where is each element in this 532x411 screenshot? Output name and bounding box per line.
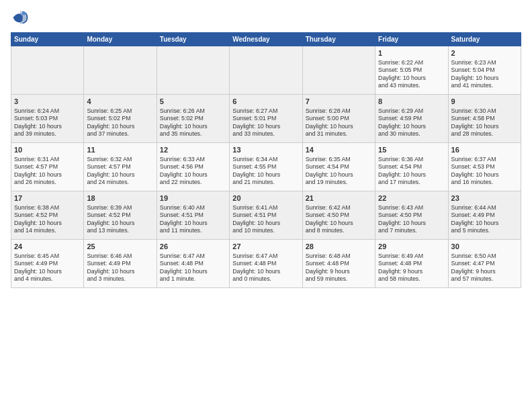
logo-icon [11, 8, 30, 27]
calendar-cell: 29Sunrise: 6:49 AM Sunset: 4:48 PM Dayli… [375, 240, 448, 288]
calendar-cell: 30Sunrise: 6:50 AM Sunset: 4:47 PM Dayli… [448, 240, 521, 288]
weekday-header-wednesday: Wednesday [230, 33, 302, 46]
day-number: 14 [306, 145, 372, 155]
day-number: 3 [14, 97, 81, 107]
calendar-cell: 12Sunrise: 6:33 AM Sunset: 4:56 PM Dayli… [157, 143, 229, 191]
calendar-cell: 16Sunrise: 6:37 AM Sunset: 4:53 PM Dayli… [448, 143, 521, 191]
calendar-cell [84, 46, 157, 95]
calendar-week-row: 17Sunrise: 6:38 AM Sunset: 4:52 PM Dayli… [11, 191, 521, 240]
calendar-cell: 10Sunrise: 6:31 AM Sunset: 4:57 PM Dayli… [11, 143, 84, 191]
day-info: Sunrise: 6:50 AM Sunset: 4:47 PM Dayligh… [451, 253, 518, 283]
weekday-header-thursday: Thursday [302, 33, 375, 46]
day-number: 30 [451, 242, 518, 252]
calendar-cell: 17Sunrise: 6:38 AM Sunset: 4:52 PM Dayli… [11, 191, 84, 240]
day-number: 18 [87, 193, 153, 203]
calendar-cell: 22Sunrise: 6:43 AM Sunset: 4:50 PM Dayli… [375, 191, 448, 240]
day-info: Sunrise: 6:28 AM Sunset: 5:00 PM Dayligh… [306, 107, 372, 138]
calendar-cell [157, 46, 229, 95]
calendar-cell: 28Sunrise: 6:48 AM Sunset: 4:48 PM Dayli… [302, 240, 375, 288]
day-info: Sunrise: 6:49 AM Sunset: 4:48 PM Dayligh… [378, 253, 445, 283]
day-info: Sunrise: 6:43 AM Sunset: 4:50 PM Dayligh… [378, 204, 445, 235]
day-number: 22 [378, 193, 445, 203]
day-number: 6 [232, 97, 299, 107]
calendar-cell: 2Sunrise: 6:23 AM Sunset: 5:04 PM Daylig… [448, 46, 521, 95]
calendar-cell: 15Sunrise: 6:36 AM Sunset: 4:54 PM Dayli… [375, 143, 448, 191]
calendar-week-row: 1Sunrise: 6:22 AM Sunset: 5:05 PM Daylig… [11, 46, 521, 95]
day-info: Sunrise: 6:34 AM Sunset: 4:55 PM Dayligh… [232, 156, 299, 187]
day-info: Sunrise: 6:44 AM Sunset: 4:49 PM Dayligh… [451, 204, 518, 235]
day-info: Sunrise: 6:48 AM Sunset: 4:48 PM Dayligh… [306, 253, 372, 283]
day-number: 9 [451, 97, 518, 107]
day-number: 10 [14, 145, 81, 155]
day-info: Sunrise: 6:35 AM Sunset: 4:54 PM Dayligh… [306, 156, 372, 187]
calendar-cell: 27Sunrise: 6:47 AM Sunset: 4:48 PM Dayli… [230, 240, 302, 288]
day-number: 27 [232, 242, 299, 252]
day-info: Sunrise: 6:25 AM Sunset: 5:02 PM Dayligh… [87, 107, 153, 138]
calendar-cell: 1Sunrise: 6:22 AM Sunset: 5:05 PM Daylig… [375, 46, 448, 95]
day-number: 11 [87, 145, 153, 155]
weekday-header-monday: Monday [84, 33, 157, 46]
day-info: Sunrise: 6:46 AM Sunset: 4:49 PM Dayligh… [87, 253, 153, 283]
calendar-cell [11, 46, 84, 95]
day-info: Sunrise: 6:32 AM Sunset: 4:57 PM Dayligh… [87, 156, 153, 187]
day-number: 5 [160, 97, 226, 107]
calendar-cell [302, 46, 375, 95]
calendar-cell: 23Sunrise: 6:44 AM Sunset: 4:49 PM Dayli… [448, 191, 521, 240]
day-info: Sunrise: 6:33 AM Sunset: 4:56 PM Dayligh… [160, 156, 226, 187]
day-info: Sunrise: 6:45 AM Sunset: 4:49 PM Dayligh… [14, 253, 81, 283]
day-info: Sunrise: 6:24 AM Sunset: 5:03 PM Dayligh… [14, 107, 81, 138]
day-info: Sunrise: 6:38 AM Sunset: 4:52 PM Dayligh… [14, 204, 81, 235]
day-number: 16 [451, 145, 518, 155]
day-info: Sunrise: 6:23 AM Sunset: 5:04 PM Dayligh… [451, 59, 518, 90]
calendar-table: SundayMondayTuesdayWednesdayThursdayFrid… [11, 32, 521, 288]
day-info: Sunrise: 6:27 AM Sunset: 5:01 PM Dayligh… [232, 107, 299, 138]
day-number: 26 [160, 242, 226, 252]
calendar-cell: 3Sunrise: 6:24 AM Sunset: 5:03 PM Daylig… [11, 95, 84, 143]
svg-point-3 [22, 11, 26, 15]
day-info: Sunrise: 6:47 AM Sunset: 4:48 PM Dayligh… [160, 253, 226, 283]
weekday-header-friday: Friday [375, 33, 448, 46]
day-number: 2 [451, 48, 518, 58]
day-number: 17 [14, 193, 81, 203]
day-number: 25 [87, 242, 153, 252]
calendar-cell: 11Sunrise: 6:32 AM Sunset: 4:57 PM Dayli… [84, 143, 157, 191]
calendar-cell: 18Sunrise: 6:39 AM Sunset: 4:52 PM Dayli… [84, 191, 157, 240]
calendar-cell: 13Sunrise: 6:34 AM Sunset: 4:55 PM Dayli… [230, 143, 302, 191]
day-number: 7 [306, 97, 372, 107]
calendar-week-row: 10Sunrise: 6:31 AM Sunset: 4:57 PM Dayli… [11, 143, 521, 191]
day-info: Sunrise: 6:22 AM Sunset: 5:05 PM Dayligh… [378, 59, 445, 90]
calendar-cell: 4Sunrise: 6:25 AM Sunset: 5:02 PM Daylig… [84, 95, 157, 143]
day-number: 4 [87, 97, 153, 107]
day-info: Sunrise: 6:39 AM Sunset: 4:52 PM Dayligh… [87, 204, 153, 235]
calendar-cell: 5Sunrise: 6:26 AM Sunset: 5:02 PM Daylig… [157, 95, 229, 143]
calendar-cell: 9Sunrise: 6:30 AM Sunset: 4:58 PM Daylig… [448, 95, 521, 143]
day-number: 15 [378, 145, 445, 155]
day-info: Sunrise: 6:40 AM Sunset: 4:51 PM Dayligh… [160, 204, 226, 235]
day-number: 19 [160, 193, 226, 203]
day-number: 21 [306, 193, 372, 203]
logo [11, 8, 32, 27]
day-info: Sunrise: 6:47 AM Sunset: 4:48 PM Dayligh… [232, 253, 299, 283]
calendar-week-row: 3Sunrise: 6:24 AM Sunset: 5:03 PM Daylig… [11, 95, 521, 143]
day-info: Sunrise: 6:31 AM Sunset: 4:57 PM Dayligh… [14, 156, 81, 187]
calendar-cell: 6Sunrise: 6:27 AM Sunset: 5:01 PM Daylig… [230, 95, 302, 143]
weekday-header-row: SundayMondayTuesdayWednesdayThursdayFrid… [11, 33, 521, 46]
weekday-header-sunday: Sunday [11, 33, 84, 46]
calendar-cell: 25Sunrise: 6:46 AM Sunset: 4:49 PM Dayli… [84, 240, 157, 288]
day-number: 8 [378, 97, 445, 107]
day-info: Sunrise: 6:26 AM Sunset: 5:02 PM Dayligh… [160, 107, 226, 138]
day-number: 29 [378, 242, 445, 252]
weekday-header-saturday: Saturday [448, 33, 521, 46]
day-info: Sunrise: 6:36 AM Sunset: 4:54 PM Dayligh… [378, 156, 445, 187]
day-number: 1 [378, 48, 445, 58]
day-info: Sunrise: 6:29 AM Sunset: 4:59 PM Dayligh… [378, 107, 445, 138]
calendar-cell: 24Sunrise: 6:45 AM Sunset: 4:49 PM Dayli… [11, 240, 84, 288]
day-info: Sunrise: 6:42 AM Sunset: 4:50 PM Dayligh… [306, 204, 372, 235]
day-info: Sunrise: 6:41 AM Sunset: 4:51 PM Dayligh… [232, 204, 299, 235]
calendar-cell: 26Sunrise: 6:47 AM Sunset: 4:48 PM Dayli… [157, 240, 229, 288]
calendar-cell: 20Sunrise: 6:41 AM Sunset: 4:51 PM Dayli… [230, 191, 302, 240]
day-number: 20 [232, 193, 299, 203]
calendar-cell: 21Sunrise: 6:42 AM Sunset: 4:50 PM Dayli… [302, 191, 375, 240]
calendar-cell [230, 46, 302, 95]
day-number: 24 [14, 242, 81, 252]
